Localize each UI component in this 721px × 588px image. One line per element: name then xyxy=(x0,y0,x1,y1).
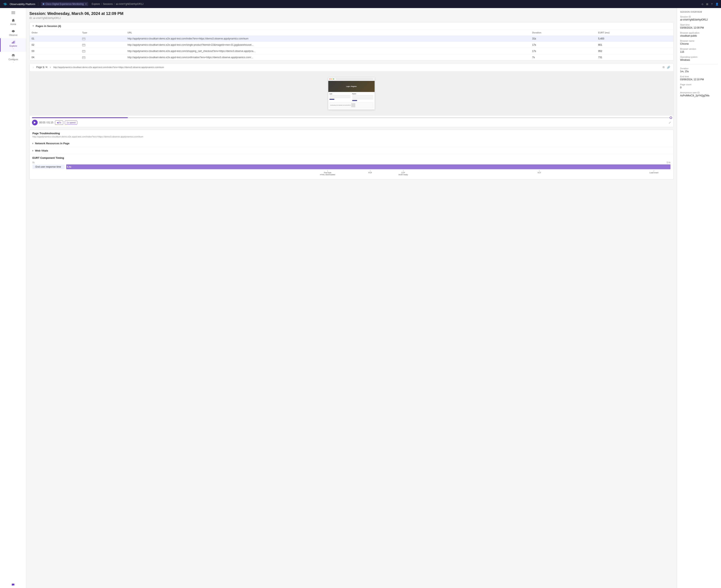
sidebar-item-home[interactable]: Home xyxy=(0,17,26,27)
page-id: ID: ai-vVohYgNE0drNylOR1J xyxy=(29,17,674,20)
pages-table-container: Order Type URL Duration EURT (ms) 01 htt… xyxy=(29,30,673,61)
mock-banner: By Subscribing To Our Newsletter You Can… xyxy=(330,102,373,108)
page-type-icon xyxy=(82,56,85,59)
page-troubleshooting-card: Page Troubleshooting http://appdynamics-… xyxy=(29,130,674,180)
page-counter: Page 1 / 4 xyxy=(36,66,47,69)
session-field: Duration1m, 15s xyxy=(680,67,718,73)
user-icon[interactable]: 👤 xyxy=(715,3,719,6)
prev-page-button[interactable]: ‹ xyxy=(32,65,35,69)
sidebar-item-configure[interactable]: Configure › xyxy=(0,52,26,65)
link-button[interactable]: 🔗 xyxy=(666,65,671,69)
playback-time: 00:03 / 01:15 xyxy=(39,121,53,124)
mock-login-label: Login xyxy=(330,93,351,94)
mock-banner-img xyxy=(351,103,355,107)
field-label: Operating system xyxy=(680,56,718,58)
copy-button[interactable]: ⧉ xyxy=(662,65,665,69)
breadcrumb-explore[interactable]: Explore xyxy=(92,3,100,5)
sidebar-item-observe[interactable]: Observe xyxy=(0,27,26,38)
eurt-title: EURT Component Timing xyxy=(33,156,671,160)
cell-url: http://appdynamics-cloudkart-demo.e2e.ap… xyxy=(126,48,530,54)
pages-table-row[interactable]: 01 http://appdynamics-cloudkart-demo.e2e… xyxy=(29,36,673,42)
session-field: Session IDai-vVohYgNE0drNylOR1J xyxy=(680,16,718,21)
page-viewer-url: http://appdynamics-cloudkart-demo.e2e.ap… xyxy=(53,66,660,68)
sidebar-item-menu[interactable] xyxy=(0,8,26,17)
field-label: End time xyxy=(680,75,718,78)
eurt-row-header[interactable]: › End user response time xyxy=(33,165,65,169)
col-eurt: EURT (ms) xyxy=(596,30,673,36)
grid-icon[interactable]: ⊞ xyxy=(706,3,708,6)
field-value: 115 xyxy=(680,50,718,53)
share-icon[interactable]: ⎋ xyxy=(702,3,703,6)
col-type: Type xyxy=(80,30,125,36)
fullscreen-button[interactable]: ⤢ xyxy=(669,121,671,124)
cell-type xyxy=(80,36,125,42)
field-label: Page count xyxy=(680,83,718,86)
session-field: Browser version115 xyxy=(680,48,718,53)
pages-table-row[interactable]: 03 http://appdynamics-cloudkart-demo.e2e… xyxy=(29,48,673,54)
cell-order: 03 xyxy=(29,48,80,54)
mock-login-col: Login xyxy=(330,93,351,101)
field-value: 03/06/2024, 12:09 PM xyxy=(680,26,718,29)
mock-dot-yellow xyxy=(331,79,332,80)
app-pill[interactable]: Cisco Digital Experience Monitoring ▾ xyxy=(41,2,88,6)
svg-rect-8 xyxy=(14,41,14,44)
troubleshoot-title: Page Troubleshooting xyxy=(33,132,671,135)
playback-fill xyxy=(32,117,128,118)
top-nav-right: ⎋ ⊞ ? 👤 xyxy=(702,3,719,6)
session-overview-title: SESSION OVERVIEW xyxy=(680,11,718,13)
mock-register-label: Register xyxy=(352,93,373,94)
session-fields-group-2: Duration1m, 15sEnd time03/06/2024, 12:10… xyxy=(680,67,718,97)
pages-in-session-header[interactable]: Pages in Session (4) xyxy=(29,23,673,30)
eurt-scale-start: 0s xyxy=(33,161,35,164)
breadcrumb-sessions[interactable]: Sessions xyxy=(103,3,113,5)
pages-section-title: Pages in Session (4) xyxy=(36,24,61,27)
next-page-button[interactable]: › xyxy=(49,65,52,69)
page-content: Session: Wednesday, March 06, 2024 at 12… xyxy=(26,8,677,185)
play-button[interactable] xyxy=(32,120,38,125)
cell-order: 04 xyxy=(29,54,80,61)
help-icon[interactable]: ? xyxy=(711,3,713,6)
svg-rect-9 xyxy=(15,41,15,43)
pages-table: Order Type URL Duration EURT (ms) 01 htt… xyxy=(29,30,673,61)
pages-table-header-row: Order Type URL Duration EURT (ms) xyxy=(29,30,673,36)
pages-table-row[interactable]: 04 http://appdynamics-cloudkart-demo.e2e… xyxy=(29,54,673,61)
mock-register-col: Register xyxy=(352,93,373,101)
eurt-bar-container: 5.4s xyxy=(66,164,671,169)
sidebar: Home Observe Explore › Configure › xyxy=(0,8,26,588)
svg-rect-7 xyxy=(13,42,13,43)
playback-slider[interactable] xyxy=(32,117,671,118)
web-vitals-row[interactable]: Web Vitals xyxy=(29,147,673,154)
eurt-row-label: End user response time xyxy=(36,165,61,168)
field-label: Duration xyxy=(680,67,718,70)
cell-duration: 17s xyxy=(530,48,596,54)
page-title: Session: Wednesday, March 06, 2024 at 12… xyxy=(29,11,674,16)
mock-hero: Login / Register xyxy=(328,81,375,92)
session-field: Page count0 xyxy=(680,83,718,89)
layout: Home Observe Explore › Configure › Sessi… xyxy=(0,8,721,588)
marker-vct: VCT xyxy=(538,170,541,174)
sidebar-item-explore[interactable]: Explore › xyxy=(0,38,26,52)
mock-url-bar xyxy=(336,78,373,80)
page-screenshot: Login / Register Login xyxy=(328,78,375,109)
mock-dot-green xyxy=(333,79,334,80)
field-label: Browser application xyxy=(680,31,718,34)
svg-rect-3 xyxy=(12,13,15,13)
main-content: Session: Wednesday, March 06, 2024 at 12… xyxy=(26,8,677,588)
eurt-scale-end: 5.4s xyxy=(667,161,671,164)
mock-login-btn xyxy=(330,99,334,100)
eurt-section: EURT Component Timing 0s 5.4s › End user… xyxy=(29,154,673,179)
replay-button[interactable]: ◀ 5s xyxy=(55,121,63,125)
page-viewer-card: ‹ Page 1 / 4 › http://appdynamics-cloudk… xyxy=(29,63,674,127)
speed-button[interactable]: 1x speed xyxy=(65,121,78,125)
mock-reg-input-4 xyxy=(352,99,373,99)
pages-table-row[interactable]: 02 http://appdynamics-cloudkart-demo.e2e… xyxy=(29,42,673,48)
eurt-scale: 0s 5.4s xyxy=(33,161,671,164)
playback-thumb[interactable] xyxy=(670,117,672,119)
field-value: cloudkart-public xyxy=(680,35,718,37)
network-resources-row[interactable]: Network Resources in Page xyxy=(29,140,673,147)
mock-reg-input-2 xyxy=(352,96,373,97)
cell-duration: 7s xyxy=(530,54,596,61)
session-overview-panel: SESSION OVERVIEW Session IDai-vVohYgNE0d… xyxy=(677,8,721,588)
cell-eurt: 952 xyxy=(596,48,673,54)
sidebar-chat-icon[interactable] xyxy=(0,582,26,588)
